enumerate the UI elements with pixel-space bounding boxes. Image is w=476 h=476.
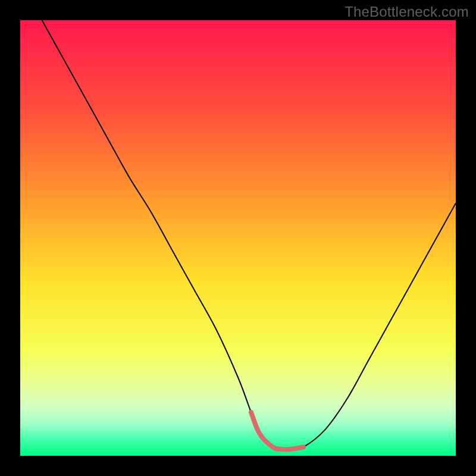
plot-area	[20, 20, 456, 456]
optimal-zone	[251, 412, 303, 450]
curve-layer	[20, 20, 456, 456]
bottleneck-curve	[42, 20, 456, 450]
watermark-text: TheBottleneck.com	[345, 4, 469, 20]
chart-frame: TheBottleneck.com	[0, 0, 476, 476]
